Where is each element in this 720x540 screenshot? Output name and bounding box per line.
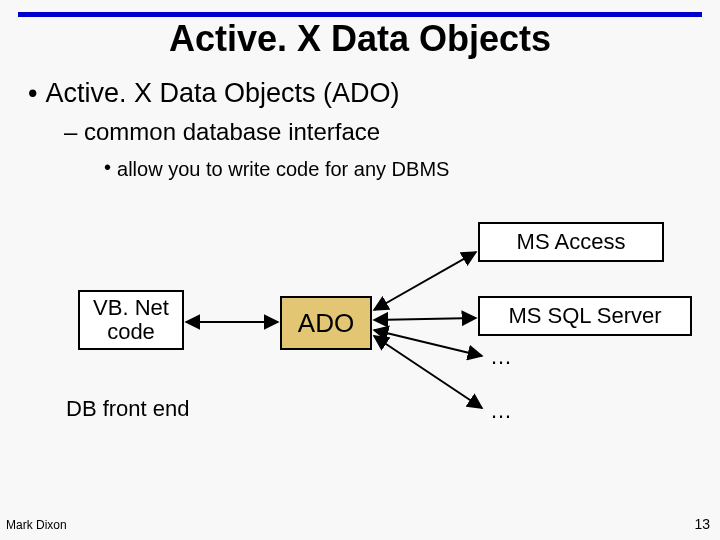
footer-author: Mark Dixon [6,518,67,532]
box-ado: ADO [280,296,372,350]
svg-line-2 [374,318,476,320]
bullet-dot: • [28,78,37,108]
box-ms-sql-server: MS SQL Server [478,296,692,336]
box-vbnet-line1: VB. Net [93,295,169,320]
ellipsis-2: … [490,398,512,424]
bullet1-text: Active. X Data Objects (ADO) [45,78,399,108]
ellipsis-1: … [490,344,512,370]
box-ms-access: MS Access [478,222,664,262]
svg-line-4 [374,336,482,408]
slide-title: Active. X Data Objects [0,18,720,60]
footer-page-number: 13 [694,516,710,532]
svg-line-3 [374,330,482,356]
bullet3-text: allow you to write code for any DBMS [117,158,449,180]
svg-line-1 [374,252,476,310]
bullet-dot-small: • [104,156,111,178]
bullet-level-1: •Active. X Data Objects (ADO) [28,78,400,109]
title-rule [18,12,702,17]
box-vbnet-line2: code [107,319,155,344]
box-vbnet-code: VB. Net code [78,290,184,350]
bullet-level-2: – common database interface [64,118,380,146]
label-db-frontend: DB front end [66,396,190,422]
bullet-level-3: •allow you to write code for any DBMS [104,158,449,181]
